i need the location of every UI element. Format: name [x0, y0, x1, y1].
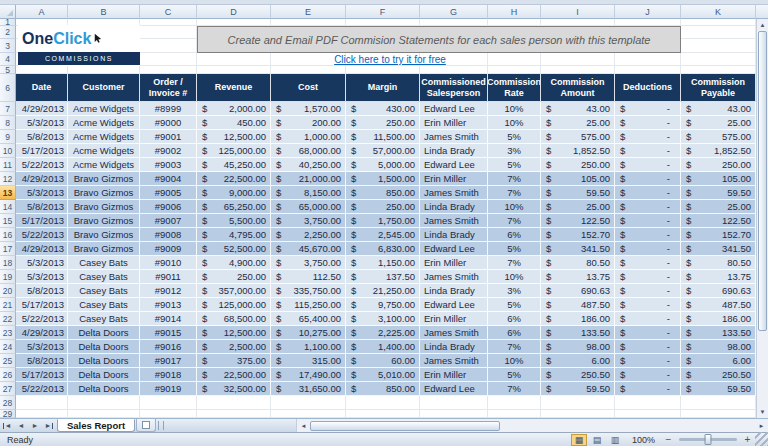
empty-cell[interactable]	[541, 410, 615, 418]
cell-rate[interactable]: 7%	[488, 172, 541, 186]
column-header-I[interactable]: I	[541, 5, 615, 19]
empty-cell[interactable]	[541, 396, 615, 410]
cell-salesperson[interactable]: James Smith	[420, 354, 488, 368]
horizontal-scroll-thumb[interactable]	[310, 421, 500, 431]
column-title-salesperson[interactable]: Commissioned Salesperson	[420, 74, 488, 102]
column-title-margin[interactable]: Margin	[346, 74, 420, 102]
cell-deductions[interactable]: $-	[615, 186, 681, 200]
scroll-down-icon[interactable]: ▼	[757, 406, 768, 418]
cell-date[interactable]: 5/17/2013	[16, 144, 68, 158]
cell-revenue[interactable]: $4,900.00	[197, 256, 271, 270]
cell-cost[interactable]: $40,250.00	[271, 158, 346, 172]
cell-invoice[interactable]: #9019	[140, 382, 197, 396]
cell-payable[interactable]: $122.50	[681, 214, 756, 228]
row-header-5[interactable]: 5	[0, 66, 16, 74]
cell-cost[interactable]: $65,400.00	[271, 312, 346, 326]
cell-deductions[interactable]: $-	[615, 368, 681, 382]
cell-payable[interactable]: $25.00	[681, 116, 756, 130]
cell-customer[interactable]: Casey Bats	[68, 298, 140, 312]
zoom-slider[interactable]	[679, 438, 737, 441]
cell-invoice[interactable]: #9015	[140, 326, 197, 340]
cell-rate[interactable]: 10%	[488, 354, 541, 368]
cell-payable[interactable]: $25.00	[681, 200, 756, 214]
cell-cost[interactable]: $21,000.00	[271, 172, 346, 186]
cell-payable[interactable]: $13.75	[681, 270, 756, 284]
cell-rate[interactable]: 6%	[488, 312, 541, 326]
column-header-F[interactable]: F	[346, 5, 420, 19]
vertical-scroll-thumb[interactable]	[758, 31, 767, 331]
cell-margin[interactable]: $57,000.00	[346, 144, 420, 158]
cell-deductions[interactable]: $-	[615, 270, 681, 284]
cell-amount[interactable]: $6.00	[541, 354, 615, 368]
empty-cell[interactable]	[615, 19, 681, 26]
row-header-6[interactable]: 6	[0, 74, 16, 102]
cell-deductions[interactable]: $-	[615, 312, 681, 326]
cell-payable[interactable]: $690.63	[681, 284, 756, 298]
empty-cell[interactable]	[140, 410, 197, 418]
cell-date[interactable]: 5/3/2013	[16, 256, 68, 270]
cell-customer[interactable]: Delta Doors	[68, 368, 140, 382]
empty-cell[interactable]	[140, 396, 197, 410]
empty-cell[interactable]	[420, 410, 488, 418]
cell-margin[interactable]: $137.50	[346, 270, 420, 284]
cell-margin[interactable]: $1,150.00	[346, 256, 420, 270]
cell-salesperson[interactable]: Linda Brady	[420, 284, 488, 298]
cell-amount[interactable]: $25.00	[541, 116, 615, 130]
cell-revenue[interactable]: $9,000.00	[197, 186, 271, 200]
cell-deductions[interactable]: $-	[615, 102, 681, 116]
cell-deductions[interactable]: $-	[615, 256, 681, 270]
cell-customer[interactable]: Casey Bats	[68, 312, 140, 326]
cell-customer[interactable]: Bravo Gizmos	[68, 228, 140, 242]
row-header-18[interactable]: 18	[0, 256, 16, 270]
cell-revenue[interactable]: $125,000.00	[197, 298, 271, 312]
empty-cell[interactable]	[615, 66, 681, 74]
cell-rate[interactable]: 7%	[488, 256, 541, 270]
empty-cell[interactable]	[488, 396, 541, 410]
cell-amount[interactable]: $13.75	[541, 270, 615, 284]
cell-amount[interactable]: $186.00	[541, 312, 615, 326]
cell-invoice[interactable]: #9007	[140, 214, 197, 228]
normal-view-icon[interactable]: ▦	[571, 434, 587, 446]
cell-cost[interactable]: $65,000.00	[271, 200, 346, 214]
cell-deductions[interactable]: $-	[615, 284, 681, 298]
cell-cost[interactable]: $1,570.00	[271, 102, 346, 116]
cell-customer[interactable]: Bravo Gizmos	[68, 172, 140, 186]
cell-margin[interactable]: $850.00	[346, 186, 420, 200]
cell-deductions[interactable]: $-	[615, 298, 681, 312]
cell-cost[interactable]: $3,750.00	[271, 214, 346, 228]
next-sheet-button[interactable]: ►	[28, 419, 42, 432]
cell-cost[interactable]: $68,000.00	[271, 144, 346, 158]
cell-date[interactable]: 5/3/2013	[16, 270, 68, 284]
cell-rate[interactable]: 6%	[488, 228, 541, 242]
cell-payable[interactable]: $59.50	[681, 186, 756, 200]
cell-deductions[interactable]: $-	[615, 214, 681, 228]
cell-rate[interactable]: 10%	[488, 270, 541, 284]
column-header-D[interactable]: D	[197, 5, 271, 19]
cell-customer[interactable]: Acme Widgets	[68, 116, 140, 130]
cell-rate[interactable]: 5%	[488, 368, 541, 382]
cell-revenue[interactable]: $2,000.00	[197, 102, 271, 116]
select-all-corner[interactable]	[0, 5, 16, 19]
cell-salesperson[interactable]: Erin Miller	[420, 172, 488, 186]
row-header-9[interactable]: 9	[0, 130, 16, 144]
cell-margin[interactable]: $9,750.00	[346, 298, 420, 312]
cell-margin[interactable]: $21,250.00	[346, 284, 420, 298]
cell-payable[interactable]: $105.00	[681, 172, 756, 186]
cell-cost[interactable]: $8,150.00	[271, 186, 346, 200]
empty-cell[interactable]	[197, 396, 271, 410]
empty-cell[interactable]	[16, 66, 68, 74]
cell-invoice[interactable]: #9000	[140, 116, 197, 130]
empty-cell[interactable]	[140, 19, 197, 26]
scroll-left-icon[interactable]: ◄	[297, 419, 310, 433]
row-header-29[interactable]: 29	[0, 410, 16, 418]
cell-salesperson[interactable]: Linda Brady	[420, 144, 488, 158]
cell-salesperson[interactable]: James Smith	[420, 326, 488, 340]
cell-deductions[interactable]: $-	[615, 228, 681, 242]
cell-salesperson[interactable]: Erin Miller	[420, 116, 488, 130]
last-sheet-button[interactable]: ►	[42, 419, 56, 432]
cell-deductions[interactable]: $-	[615, 158, 681, 172]
cell-cost[interactable]: $45,670.00	[271, 242, 346, 256]
empty-cell[interactable]	[346, 19, 420, 26]
cell-rate[interactable]: 7%	[488, 214, 541, 228]
cell-salesperson[interactable]: Linda Brady	[420, 200, 488, 214]
